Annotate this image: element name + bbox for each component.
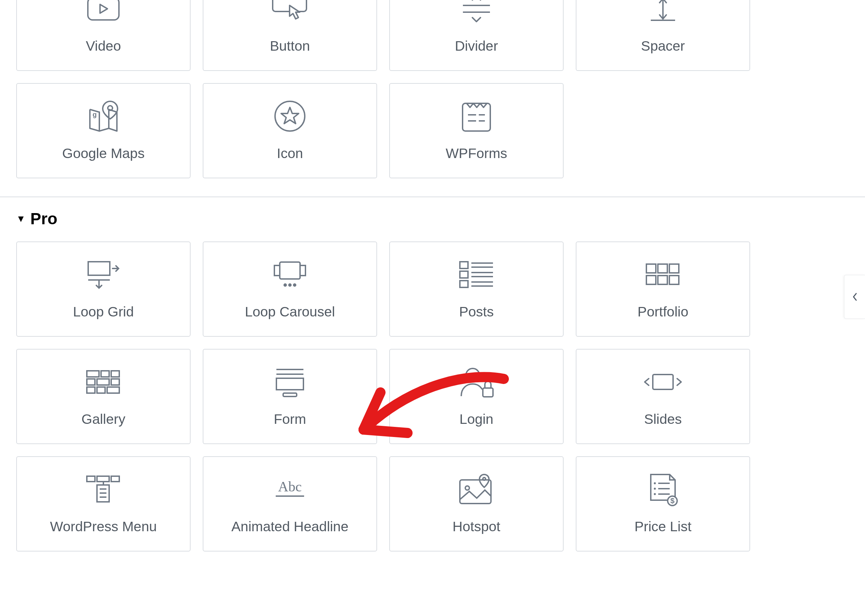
portfolio-icon [644, 258, 681, 291]
svg-point-67 [654, 488, 656, 490]
widget-hotspot[interactable]: Hotspot [389, 456, 564, 552]
svg-rect-47 [277, 378, 304, 390]
widget-posts[interactable]: Posts [389, 242, 564, 337]
svg-rect-53 [97, 476, 109, 482]
widget-label: Form [274, 412, 306, 427]
slides-icon [643, 366, 683, 398]
svg-rect-32 [669, 264, 679, 273]
basic-widgets-row-2: g Google Maps Icon WPForms [0, 83, 865, 178]
basic-widgets-row-1: Video Button Divider [0, 0, 865, 71]
widget-label: Price List [635, 519, 692, 534]
widget-label: Video [86, 39, 121, 54]
pro-widgets-row-0: Loop Grid Loop Carousel [0, 242, 865, 337]
svg-point-65 [654, 482, 656, 484]
widget-animated-headline[interactable]: Abc Animated Headline [203, 456, 377, 552]
widget-wpforms[interactable]: WPForms [389, 83, 564, 178]
svg-rect-30 [646, 264, 656, 273]
widget-label: Button [270, 39, 310, 54]
login-icon [458, 366, 495, 398]
form-icon [273, 366, 307, 398]
loop-grid-icon [85, 258, 122, 291]
widget-divider[interactable]: Divider [389, 0, 564, 71]
widget-form[interactable]: Form [203, 349, 377, 444]
widget-icon[interactable]: Icon [203, 83, 377, 178]
svg-point-18 [284, 284, 286, 286]
svg-point-9 [275, 101, 305, 131]
svg-point-19 [289, 284, 291, 286]
caret-down-icon: ▼ [16, 214, 26, 224]
star-circle-icon [274, 100, 306, 132]
widget-label: Login [459, 412, 493, 427]
divider-icon [460, 0, 493, 25]
svg-rect-38 [111, 371, 119, 377]
widget-label: Divider [455, 39, 498, 54]
svg-rect-34 [658, 276, 667, 284]
panel-collapse-handle[interactable] [844, 275, 865, 319]
widget-price-list[interactable]: $ Price List [576, 456, 750, 552]
svg-text:g: g [93, 111, 97, 118]
svg-rect-35 [669, 276, 679, 284]
widget-spacer[interactable]: Spacer [576, 0, 750, 71]
widget-wordpress-menu[interactable]: WordPress Menu [16, 456, 190, 552]
loop-carousel-icon [270, 258, 310, 291]
svg-rect-39 [87, 379, 95, 385]
widget-label: Gallery [82, 412, 125, 427]
widget-button[interactable]: Button [203, 0, 377, 71]
wordpress-menu-icon [85, 473, 122, 506]
svg-rect-31 [658, 264, 667, 273]
widget-loop-carousel[interactable]: Loop Carousel [203, 242, 377, 337]
widget-loop-grid[interactable]: Loop Grid [16, 242, 190, 337]
svg-rect-52 [87, 476, 95, 482]
posts-icon [458, 258, 495, 291]
widget-label: Animated Headline [231, 519, 348, 534]
pro-section-header[interactable]: ▼ Pro [0, 197, 865, 242]
section-title: Pro [30, 209, 57, 228]
gallery-icon [85, 366, 122, 398]
svg-rect-42 [87, 387, 95, 393]
svg-rect-21 [460, 262, 468, 269]
widget-login[interactable]: Login [389, 349, 564, 444]
wpforms-icon [461, 100, 492, 132]
hotspot-icon [458, 473, 495, 506]
widget-video[interactable]: Video [16, 0, 190, 71]
animated-headline-icon: Abc [270, 473, 310, 506]
widget-label: Icon [277, 146, 303, 161]
svg-rect-33 [646, 276, 656, 284]
widget-label: WPForms [446, 146, 507, 161]
pro-widgets-row-1: Gallery Form Login [0, 349, 865, 444]
svg-point-64 [483, 478, 486, 480]
spacer-icon [647, 0, 679, 25]
svg-point-69 [654, 493, 656, 495]
svg-point-20 [294, 284, 296, 286]
svg-rect-43 [97, 387, 105, 393]
svg-rect-51 [653, 374, 673, 390]
svg-rect-36 [87, 371, 99, 377]
svg-rect-15 [88, 262, 110, 275]
widget-google-maps[interactable]: g Google Maps [16, 83, 190, 178]
svg-rect-41 [111, 379, 119, 385]
svg-rect-24 [460, 271, 468, 278]
widget-label: Posts [459, 304, 494, 319]
widget-label: Loop Grid [73, 304, 134, 319]
button-icon [271, 0, 308, 25]
pro-widgets-row-2: WordPress Menu Abc Animated Headline Hot… [0, 456, 865, 552]
svg-rect-50 [483, 388, 493, 397]
widget-label: Hotspot [453, 519, 500, 534]
svg-rect-44 [107, 387, 119, 393]
chevron-left-icon [851, 291, 858, 302]
svg-rect-54 [111, 476, 119, 482]
widget-label: Google Maps [62, 146, 145, 161]
svg-point-63 [465, 486, 469, 490]
google-maps-icon: g [86, 100, 120, 132]
widget-gallery[interactable]: Gallery [16, 349, 190, 444]
svg-rect-37 [101, 371, 109, 377]
svg-rect-40 [97, 379, 109, 385]
widget-portfolio[interactable]: Portfolio [576, 242, 750, 337]
widget-slides[interactable]: Slides [576, 349, 750, 444]
svg-rect-27 [460, 281, 468, 288]
svg-rect-48 [283, 393, 297, 396]
svg-text:Abc: Abc [278, 479, 302, 494]
widget-label: Slides [644, 412, 682, 427]
widget-label: WordPress Menu [50, 519, 157, 534]
svg-text:$: $ [670, 497, 675, 505]
